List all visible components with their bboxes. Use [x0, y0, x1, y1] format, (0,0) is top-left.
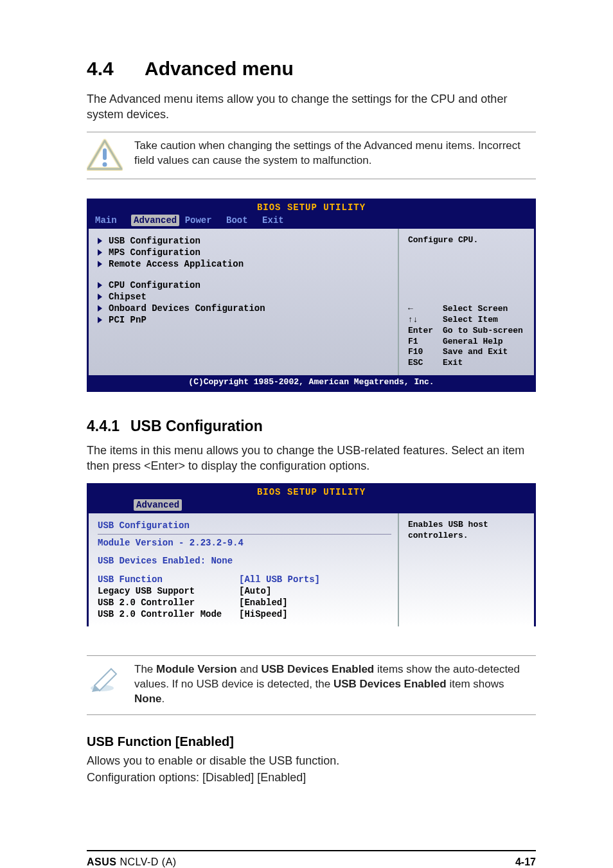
- svg-point-3: [103, 162, 107, 166]
- note-icon: [87, 662, 123, 693]
- footer-product-bold: ASUS: [87, 856, 116, 867]
- menu-item-label: PCI PnP: [109, 314, 147, 326]
- key-hint: EnterGo to Sub-screen: [408, 326, 528, 337]
- bios-tab-exit[interactable]: Exit: [262, 215, 293, 226]
- bios-help-line: Enables USB host: [408, 520, 528, 531]
- menu-item-mps-config[interactable]: MPS Configuration: [98, 247, 391, 258]
- note-span: .: [162, 693, 165, 705]
- caution-icon: [87, 139, 123, 171]
- bios-help-panel: Enables USB host controllers.: [399, 513, 534, 626]
- menu-item-label: CPU Configuration: [109, 279, 200, 291]
- section-heading: 4.4Advanced menu: [87, 58, 536, 80]
- submenu-arrow-icon: [98, 238, 102, 244]
- key-label: ESC: [408, 358, 438, 369]
- menu-item-label: Chipset: [109, 291, 147, 303]
- submenu-arrow-icon: [98, 317, 102, 323]
- module-version: Module Version - 2.23.2-9.4: [98, 534, 391, 549]
- bios-tab-bar: Advanced: [89, 498, 534, 513]
- submenu-arrow-icon: [98, 261, 102, 267]
- menu-item-label: USB Configuration: [109, 235, 200, 247]
- config-value: [Auto]: [239, 585, 271, 597]
- key-label: Enter: [408, 326, 438, 337]
- submenu-arrow-icon: [98, 294, 102, 300]
- item-options: Configuration options: [Disabled] [Enabl…: [87, 770, 536, 785]
- intro-paragraph: The Advanced menu items allow you to cha…: [87, 91, 536, 123]
- key-desc: Select Item: [443, 315, 498, 326]
- menu-item-remote-access[interactable]: Remote Access Application: [98, 258, 391, 270]
- key-label: ←: [408, 304, 438, 315]
- config-row-usb-function[interactable]: USB Function[All USB Ports]: [98, 574, 391, 585]
- config-value: [All USB Ports]: [239, 574, 320, 585]
- menu-item-onboard-devices[interactable]: Onboard Devices Configuration: [98, 303, 391, 314]
- subsection-title-text: USB Configuration: [130, 418, 263, 434]
- config-row-usb20-controller[interactable]: USB 2.0 Controller[Enabled]: [98, 597, 391, 608]
- bios-tab-advanced[interactable]: Advanced: [131, 215, 179, 226]
- note-text: The Module Version and USB Devices Enabl…: [134, 662, 536, 707]
- section-number: 4.4: [87, 58, 145, 80]
- footer-product: ASUS NCLV-D (A): [87, 856, 177, 868]
- key-label: F1: [408, 337, 438, 348]
- config-label: USB 2.0 Controller Mode: [98, 608, 239, 620]
- usb-devices-enabled: USB Devices Enabled: None: [98, 555, 391, 567]
- key-hint: ←Select Screen: [408, 304, 528, 315]
- key-desc: Save and Exit: [443, 347, 508, 358]
- subsection-heading: 4.4.1USB Configuration: [87, 418, 536, 435]
- section-title-text: Advanced menu: [145, 58, 294, 79]
- bios-tab-bar: Main Advanced Power Boot Exit: [89, 213, 534, 229]
- key-hint: ESCExit: [408, 358, 528, 369]
- key-hint: ↑↓Select Item: [408, 315, 528, 326]
- config-label: USB Function: [98, 574, 239, 585]
- note-span: and: [237, 663, 262, 675]
- bios-tab-main[interactable]: Main: [95, 215, 126, 226]
- note-callout: The Module Version and USB Devices Enabl…: [87, 655, 536, 715]
- caution-callout: Take caution when changing the settings …: [87, 132, 536, 179]
- menu-item-label: Remote Access Application: [109, 258, 244, 270]
- key-hint: F1General Help: [408, 337, 528, 348]
- config-heading: USB Configuration: [98, 520, 391, 531]
- bios-advanced-screen: BIOS SETUP UTILITY Main Advanced Power B…: [87, 199, 536, 393]
- config-label: USB 2.0 Controller: [98, 597, 239, 608]
- submenu-arrow-icon: [98, 282, 102, 288]
- note-bold: USB Devices Enabled: [333, 678, 447, 690]
- bios-tab-power[interactable]: Power: [185, 215, 221, 226]
- note-span: The: [134, 663, 156, 675]
- bios-menu-panel: USB Configuration MPS Configuration Remo…: [89, 229, 399, 375]
- item-description: Allows you to enable or disable the USB …: [87, 753, 536, 768]
- bios-tab-advanced[interactable]: Advanced: [134, 499, 182, 511]
- menu-item-label: Onboard Devices Configuration: [109, 303, 265, 314]
- footer-product-rest: NCLV-D (A): [116, 856, 176, 867]
- key-label: F10: [408, 347, 438, 358]
- config-label: Legacy USB Support: [98, 585, 239, 597]
- key-hint: F10Save and Exit: [408, 347, 528, 358]
- submenu-arrow-icon: [98, 249, 102, 256]
- config-row-legacy-usb[interactable]: Legacy USB Support[Auto]: [98, 585, 391, 597]
- note-span: item shows: [447, 678, 504, 690]
- bios-tab-boot[interactable]: Boot: [226, 215, 257, 226]
- config-value: [HiSpeed]: [239, 608, 288, 620]
- note-bold: Module Version: [156, 663, 237, 675]
- menu-item-pci-pnp[interactable]: PCI PnP: [98, 314, 391, 326]
- footer-page-number: 4-17: [515, 856, 536, 868]
- item-heading: USB Function [Enabled]: [87, 734, 536, 749]
- menu-item-chipset[interactable]: Chipset: [98, 291, 391, 303]
- page-footer: ASUS NCLV-D (A) 4-17: [87, 850, 536, 868]
- key-desc: Exit: [443, 358, 463, 369]
- key-label: ↑↓: [408, 315, 438, 326]
- submenu-arrow-icon: [98, 305, 102, 312]
- config-row-usb20-mode[interactable]: USB 2.0 Controller Mode[HiSpeed]: [98, 608, 391, 620]
- menu-item-cpu-config[interactable]: CPU Configuration: [98, 279, 391, 291]
- bios-help-panel: Configure CPU. ←Select Screen ↑↓Select I…: [399, 229, 534, 375]
- bios-usb-config-screen: BIOS SETUP UTILITY Advanced USB Configur…: [87, 483, 536, 627]
- key-desc: Select Screen: [443, 304, 508, 315]
- menu-item-usb-config[interactable]: USB Configuration: [98, 235, 391, 247]
- subsection-intro: The items in this menu allows you to cha…: [87, 443, 536, 474]
- menu-item-label: MPS Configuration: [109, 247, 200, 258]
- config-value: [Enabled]: [239, 597, 288, 608]
- bios-copyright: (C)Copyright 1985-2002, American Megatre…: [89, 375, 534, 390]
- subsection-number: 4.4.1: [87, 418, 130, 435]
- bios-help-line: controllers.: [408, 531, 528, 542]
- bios-title: BIOS SETUP UTILITY: [89, 485, 534, 498]
- key-desc: Go to Sub-screen: [443, 326, 523, 337]
- bios-help-title: Configure CPU.: [408, 235, 528, 246]
- caution-text: Take caution when changing the settings …: [134, 139, 536, 168]
